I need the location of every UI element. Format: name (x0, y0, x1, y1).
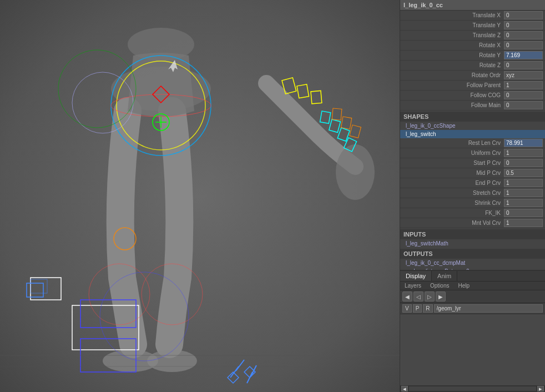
prop-row-rotate-ordr: Rotate Ordrxyz (400, 71, 545, 81)
prop-row-translate-x: Translate X0 (400, 11, 545, 21)
shape-field-uniform-crv: Uniform Crv1 (400, 148, 545, 158)
shape-fields: Rest Len Crv78.991Uniform Crv1Start P Cr… (400, 138, 545, 228)
shape-field-fk_ik: FK_IK0 (400, 208, 545, 218)
prop-row-rotate-y: Rotate Y7.169 (400, 51, 545, 61)
path-v-button[interactable]: V (402, 304, 412, 313)
toolbar-row: ◀ ◁ ▷ ▶ (400, 290, 545, 303)
tab-display[interactable]: Display (400, 271, 432, 281)
outputs-header: OUTPUTS (400, 249, 545, 259)
path-bar: V P R (400, 303, 545, 314)
outputs-list: l_leg_ik_0_cc_dcmpMatnodes_distanceBetwe… (400, 259, 545, 270)
shape-field-shrink-crv: Shrink Crv1 (400, 198, 545, 208)
arrow-forward[interactable]: ▷ (425, 292, 435, 301)
sub-tab-bar: Layers Options Help (400, 282, 545, 290)
shape-field-mnt-vol-crv: Mnt Vol Crv1 (400, 218, 545, 228)
prop-row-follow-main: Follow Main0 (400, 100, 545, 110)
shape-field-rest-len-crv: Rest Len Crv78.991 (400, 138, 545, 148)
inputs-header: INPUTS (400, 229, 545, 239)
arrow-forward-forward[interactable]: ▶ (436, 292, 446, 301)
prop-row-translate-z: Translate Z0 (400, 31, 545, 41)
sub-tab-layers[interactable]: Layers (400, 282, 426, 290)
tab-anim[interactable]: Anim (432, 271, 457, 281)
tab-bar: Display Anim (400, 271, 545, 282)
prop-row-rotate-z: Rotate Z0 (400, 61, 545, 71)
prop-row-follow-parent: Follow Parent1 (400, 81, 545, 91)
scroll-right[interactable]: ▸ (537, 386, 544, 391)
shape-field-end-p-crv: End P Crv1 (400, 178, 545, 188)
inputs-list: l_leg_switchMath (400, 239, 545, 248)
path-p-button[interactable]: P (413, 304, 422, 313)
shape-item-0[interactable]: l_leg_ik_0_ccShape (400, 122, 545, 130)
path-r-button[interactable]: R (423, 304, 432, 313)
shapes-list: l_leg_ik_0_ccShapel_leg_switch (400, 122, 545, 138)
shape-item-1[interactable]: l_leg_switch (400, 130, 545, 138)
output-item-0[interactable]: l_leg_ik_0_cc_dcmpMat (400, 259, 545, 267)
input-item-0[interactable]: l_leg_switchMath (400, 239, 545, 248)
shape-field-mid-p-crv: Mid P Crv0.5 (400, 168, 545, 178)
scroll-left[interactable]: ◂ (401, 386, 408, 391)
viewport-background (0, 0, 400, 392)
shapes-header: SHAPES (400, 112, 545, 122)
properties-panel: l_leg_ik_0_cc Translate X0Translate Y0Tr… (400, 0, 545, 270)
path-input[interactable] (434, 304, 543, 313)
shape-field-stretch-crv: Stretch Crv1 (400, 188, 545, 198)
sub-tab-options[interactable]: Options (426, 282, 453, 290)
sub-tab-help[interactable]: Help (453, 282, 474, 290)
right-panel: l_leg_ik_0_cc Translate X0Translate Y0Tr… (400, 0, 545, 392)
object-title: l_leg_ik_0_cc (400, 0, 545, 11)
shape-field-start-p-crv: Start P Crv0 (400, 158, 545, 168)
prop-row-rotate-x: Rotate X0 (400, 41, 545, 51)
arrow-back[interactable]: ◁ (413, 292, 423, 301)
transform-fields: Translate X0Translate Y0Translate Z0Rota… (400, 11, 545, 110)
prop-row-translate-y: Translate Y0 (400, 21, 545, 31)
viewport[interactable] (0, 0, 400, 392)
content-area (400, 314, 545, 385)
arrow-back-back[interactable]: ◀ (402, 292, 412, 301)
prop-row-follow-cog: Follow COG0 (400, 91, 545, 100)
bottom-panel: Display Anim Layers Options Help ◀ ◁ ▷ ▶… (400, 270, 545, 392)
